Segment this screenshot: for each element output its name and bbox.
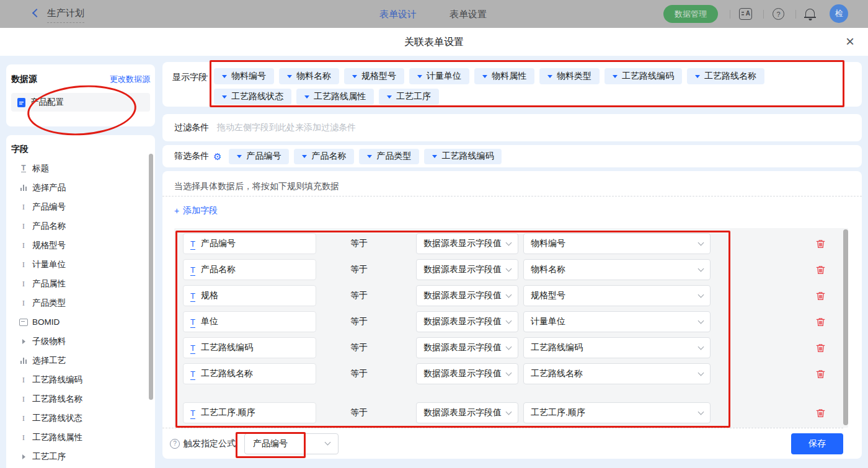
rule-value-select[interactable]: 物料编号 (523, 233, 711, 254)
rule-target-field[interactable]: 产品编号 (183, 233, 316, 254)
rule-value-select[interactable]: 工艺路线编码 (523, 337, 711, 358)
field-list-item[interactable]: 产品名称 (6, 216, 155, 236)
rule-value-select[interactable]: 工艺路线名称 (523, 363, 711, 384)
chip-label: 物料属性 (492, 71, 526, 82)
rule-source-select[interactable]: 数据源表显示字段值 (416, 285, 518, 306)
notification-bell-icon[interactable] (805, 9, 815, 17)
delete-icon[interactable] (815, 291, 826, 301)
field-list-item[interactable]: 计量单位 (6, 255, 155, 274)
rule-value-select[interactable]: 物料名称 (523, 259, 711, 280)
delete-icon[interactable] (815, 265, 826, 275)
display-field-chip[interactable]: 物料属性 (474, 68, 534, 84)
close-icon[interactable]: × (846, 31, 854, 52)
tab-form-design[interactable]: 表单设计 (379, 9, 417, 20)
field-list-item[interactable]: 工艺路线编码 (6, 370, 155, 389)
chevron-down-icon (237, 155, 242, 158)
text-field-icon (190, 408, 195, 418)
display-field-chip[interactable]: 物料编号 (214, 68, 274, 84)
field-type-icon (19, 260, 29, 270)
rule-row: 工艺路线编码 等于 数据源表显示字段值 工艺路线编码 (174, 337, 848, 358)
change-datasource-link[interactable]: 更改数据源 (110, 74, 150, 85)
chevron-down-icon (613, 75, 618, 78)
data-manage-button[interactable]: 数据管理 (663, 5, 718, 23)
field-label: 计量单位 (32, 259, 66, 270)
save-button[interactable]: 保存 (791, 433, 843, 454)
fields-panel-title: 字段 (6, 135, 155, 155)
add-field-button[interactable]: + 添加字段 (174, 205, 218, 216)
rule-value-select[interactable]: 工艺工序.顺序 (523, 402, 711, 423)
rule-target-field[interactable]: 单位 (183, 311, 316, 332)
display-field-chip[interactable]: 工艺路线状态 (214, 89, 291, 105)
chevron-down-icon (506, 369, 512, 376)
text-field-icon (190, 343, 195, 353)
field-list-item[interactable]: 标题 (6, 159, 155, 178)
trigger-field-select[interactable]: 产品编号 (244, 433, 339, 454)
divider (730, 10, 730, 19)
chevron-down-icon (506, 343, 512, 350)
field-list-item[interactable]: 产品编号 (6, 197, 155, 216)
screening-condition-label: 筛选条件 (174, 151, 209, 162)
rules-scrollbar[interactable] (843, 229, 848, 425)
field-list-item[interactable]: 选择产品 (6, 178, 155, 197)
field-list-item[interactable]: 工艺路线名称 (6, 389, 155, 408)
field-list-item[interactable]: 选择工艺 (6, 351, 155, 370)
add-display-field-button[interactable]: + (202, 70, 208, 82)
display-field-chip[interactable]: 物料类型 (539, 68, 600, 84)
tab-form-settings[interactable]: 表单设置 (450, 9, 487, 20)
rule-target-field[interactable]: 规格 (183, 285, 316, 306)
field-type-icon (19, 375, 29, 385)
display-field-chip[interactable]: 工艺路线属性 (296, 89, 374, 105)
screening-field-chip[interactable]: 产品名称 (294, 149, 354, 164)
delete-icon[interactable] (815, 369, 826, 379)
rule-source-select[interactable]: 数据源表显示字段值 (416, 233, 518, 254)
rule-source-select[interactable]: 数据源表显示字段值 (416, 259, 518, 280)
help-icon[interactable]: ? (170, 439, 180, 449)
datasource-selected-item[interactable]: 产品配置 (11, 93, 150, 112)
back-icon[interactable] (32, 9, 41, 17)
rule-target-field[interactable]: 工艺路线名称 (183, 363, 316, 384)
screening-condition-panel: 筛选条件 ⚙ 产品编号 产品名称 产品类型 (162, 145, 862, 167)
field-list-item[interactable]: 规格型号 (6, 236, 155, 255)
rule-source-select[interactable]: 数据源表显示字段值 (416, 363, 518, 384)
translate-icon[interactable]: A (739, 8, 752, 20)
field-list-item[interactable]: 工艺路线状态 (6, 408, 155, 428)
field-list-item[interactable]: 子级物料 (6, 332, 155, 351)
field-list-item[interactable]: BOMID (6, 312, 155, 332)
screening-field-chip[interactable]: 产品类型 (359, 149, 419, 164)
display-field-chip[interactable]: 工艺路线名称 (687, 68, 764, 84)
display-field-chip[interactable]: 工艺路线编码 (604, 68, 682, 84)
chip-label: 工艺路线属性 (314, 91, 366, 102)
screening-field-chips: 产品编号 产品名称 产品类型 工艺路线编码 (229, 149, 502, 164)
delete-icon[interactable] (815, 408, 826, 418)
rule-source-select[interactable]: 数据源表显示字段值 (416, 337, 518, 358)
rule-target-field[interactable]: 工艺路线编码 (183, 337, 316, 358)
rule-source-select[interactable]: 数据源表显示字段值 (416, 402, 518, 423)
display-field-chip[interactable]: 工艺工序 (379, 89, 439, 105)
field-list-item[interactable]: 产品类型 (6, 293, 155, 312)
delete-icon[interactable] (815, 317, 826, 327)
field-list-item[interactable]: 工艺工序 (6, 447, 155, 466)
field-list-item[interactable]: 产品属性 (6, 274, 155, 293)
display-field-chip[interactable]: 计量单位 (409, 68, 469, 84)
rule-target-field[interactable]: 工艺工序.顺序 (183, 402, 316, 423)
avatar[interactable]: 检 (830, 4, 848, 23)
delete-icon[interactable] (815, 343, 826, 353)
screening-field-chip[interactable]: 工艺路线编码 (424, 149, 502, 164)
filter-drop-placeholder[interactable]: 拖动左侧字段到此处来添加过滤条件 (217, 122, 356, 133)
rule-value-select[interactable]: 规格型号 (523, 285, 711, 306)
fields-scrollbar[interactable] (149, 154, 153, 400)
field-list-item[interactable]: 工艺路线属性 (6, 428, 155, 447)
display-field-chip[interactable]: 物料名称 (279, 68, 339, 84)
gear-icon[interactable]: ⚙ (213, 152, 221, 161)
delete-icon[interactable] (815, 239, 826, 249)
help-icon[interactable]: ? (773, 8, 784, 20)
rule-operator: 等于 (350, 342, 369, 353)
trigger-field-value: 产品编号 (253, 438, 288, 449)
rule-target-field[interactable]: 产品名称 (183, 259, 316, 280)
screening-field-chip[interactable]: 产品编号 (229, 149, 289, 164)
rule-source-select[interactable]: 数据源表显示字段值 (416, 311, 518, 332)
display-field-chip[interactable]: 规格型号 (344, 68, 404, 84)
rule-source-value: 数据源表显示字段值 (423, 342, 502, 353)
rule-row: 产品名称 等于 数据源表显示字段值 物料名称 (174, 259, 848, 280)
rule-value-select[interactable]: 计量单位 (523, 311, 711, 332)
